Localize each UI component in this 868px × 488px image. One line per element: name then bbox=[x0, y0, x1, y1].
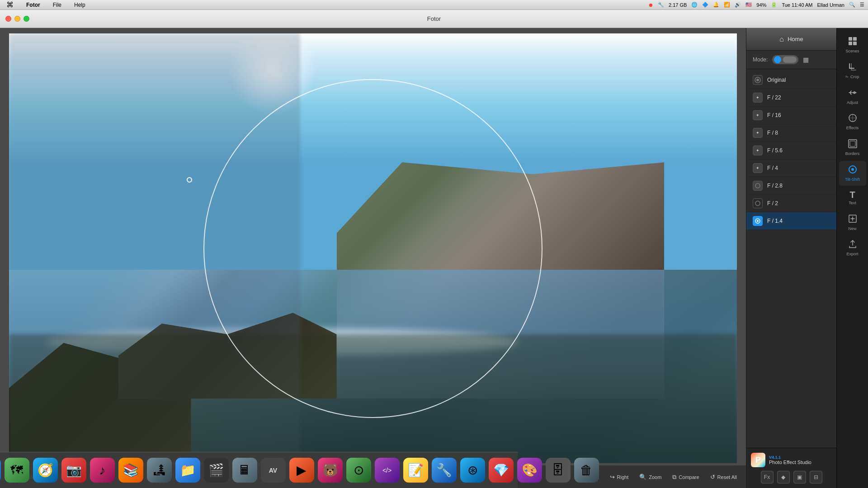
svg-point-1 bbox=[756, 79, 759, 81]
dock-calc[interactable]: 🖩 bbox=[232, 458, 257, 483]
filter-f4[interactable]: ✦ F / 4 bbox=[746, 160, 836, 177]
tool-adjust[interactable]: Adjust bbox=[839, 84, 866, 109]
home-icon: ⌂ bbox=[779, 35, 784, 43]
dock-music[interactable]: ♪ bbox=[90, 458, 115, 483]
dock-media[interactable]: 🎬 bbox=[204, 458, 229, 483]
flag-icon: 🇺🇸 bbox=[745, 2, 752, 8]
filter-icon-f2 bbox=[753, 198, 763, 208]
filter-f14[interactable]: F / 1.4 bbox=[746, 212, 836, 230]
filter-icon-f14 bbox=[753, 216, 763, 226]
tool-crop[interactable]: ✁ Crop bbox=[839, 58, 866, 83]
help-menu[interactable]: Help bbox=[71, 1, 88, 9]
filter-label-f4: F / 4 bbox=[767, 165, 778, 171]
dock-stickies[interactable]: 📝 bbox=[403, 458, 428, 483]
dock-code[interactable]: </> bbox=[375, 458, 400, 483]
filter-f8[interactable]: ✦ F / 8 bbox=[746, 124, 836, 142]
toolbar-tools: ↩ Left ↪ Right 🔍 Zoom ⧉ Compare ↺ Res bbox=[583, 474, 737, 481]
filter-label-f8: F / 8 bbox=[767, 130, 778, 136]
scenes-label: Scenes bbox=[845, 49, 859, 54]
dock-xcode[interactable]: 🔧 bbox=[432, 458, 457, 483]
studio-grid-button[interactable]: ▣ bbox=[793, 471, 806, 483]
dock-colorpicker[interactable]: 🎨 bbox=[517, 458, 542, 483]
home-button[interactable]: ⌂ Home bbox=[746, 28, 836, 51]
photo-container[interactable] bbox=[9, 33, 737, 463]
dock-books[interactable]: 📚 bbox=[118, 458, 143, 483]
adjust-label: Adjust bbox=[847, 100, 858, 105]
mode-dot bbox=[774, 56, 781, 63]
dock-finder2[interactable]: 🗄 bbox=[546, 458, 571, 483]
crop-icon bbox=[848, 62, 858, 73]
studio-diamond-button[interactable]: ◆ bbox=[777, 471, 790, 483]
filter-label-f56: F / 5.6 bbox=[767, 147, 783, 154]
home-label: Home bbox=[788, 36, 803, 42]
canvas-area[interactable]: 6016*4016 / 11.60MB EXIF ▲ ↩ Left ↪ Righ… bbox=[0, 28, 746, 488]
filter-label-f14: F / 1.4 bbox=[767, 218, 783, 224]
tool-new[interactable]: New bbox=[839, 210, 866, 235]
studio-minus-button[interactable]: ⊟ bbox=[810, 471, 822, 483]
apple-menu[interactable]: ⌘ bbox=[4, 0, 16, 10]
borders-icon bbox=[848, 139, 858, 150]
dock-iphoto[interactable]: 🏞 bbox=[147, 458, 172, 483]
dock-safari[interactable]: 🧭 bbox=[33, 458, 58, 483]
window-controls bbox=[5, 16, 29, 22]
dock-folder[interactable]: 📁 bbox=[175, 458, 200, 483]
file-menu[interactable]: File bbox=[50, 1, 64, 9]
reset-all-button[interactable]: ↺ Reset All bbox=[710, 474, 737, 480]
minimize-button[interactable] bbox=[14, 16, 20, 22]
studio-name: Photo Effect Studio bbox=[769, 460, 832, 465]
dock-browser[interactable]: ⊙ bbox=[346, 458, 371, 483]
record-indicator: ⏺ bbox=[648, 2, 653, 8]
menu-icon[interactable]: ☰ bbox=[860, 2, 864, 8]
dock-avid[interactable]: AV bbox=[261, 458, 286, 483]
borders-label: Borders bbox=[845, 151, 860, 156]
compare-button[interactable]: ⧉ Compare bbox=[672, 474, 699, 481]
dock-photos[interactable]: 📷 bbox=[61, 458, 86, 483]
crop-label: ✁ Crop bbox=[845, 75, 859, 80]
filter-label-f28: F / 2.8 bbox=[767, 183, 783, 189]
bluetooth-icon: 🔷 bbox=[702, 2, 708, 8]
dock-rubymine[interactable]: 💎 bbox=[489, 458, 514, 483]
filter-label-f16: F / 16 bbox=[767, 112, 781, 118]
filter-f56[interactable]: ✦ F / 5.6 bbox=[746, 142, 836, 160]
mode-slider bbox=[783, 56, 797, 63]
tool-export[interactable]: Export bbox=[839, 235, 866, 260]
dock-bear[interactable]: 🐻 bbox=[318, 458, 343, 483]
tool-effects[interactable]: Effects bbox=[839, 109, 866, 134]
dock-appstore[interactable]: Ⓐ bbox=[0, 458, 1, 483]
studio-info: V4.1.1 Photo Effect Studio bbox=[769, 455, 832, 465]
filter-sidebar: ⌂ Home Mode: ▦ Original bbox=[746, 28, 836, 488]
filter-f28[interactable]: F / 2.8 bbox=[746, 177, 836, 195]
tool-scenes[interactable]: Scenes bbox=[839, 33, 866, 57]
mode-toggle[interactable] bbox=[772, 55, 798, 64]
rotate-right-button[interactable]: ↪ Right bbox=[610, 474, 629, 480]
dock-things[interactable]: ⊛ bbox=[460, 458, 485, 483]
tool-text[interactable]: T Text bbox=[839, 187, 866, 209]
export-icon bbox=[848, 239, 858, 250]
filter-f2[interactable]: F / 2 bbox=[746, 195, 836, 212]
studio-fx-button[interactable]: Fx bbox=[761, 471, 774, 483]
dock-trash[interactable]: 🗑 bbox=[574, 458, 599, 483]
dock-dvd[interactable]: ▶ bbox=[289, 458, 314, 483]
filter-f22[interactable]: ✦ F / 22 bbox=[746, 89, 836, 107]
mode-selector[interactable]: Mode: ▦ bbox=[746, 51, 836, 69]
filter-original[interactable]: Original bbox=[746, 71, 836, 89]
tools-panel: Scenes ✁ Crop Adjust Effects bbox=[836, 28, 868, 488]
zoom-button[interactable]: 🔍 Zoom bbox=[639, 474, 661, 480]
tool-tiltshift[interactable]: Tilt-Shift bbox=[839, 161, 866, 186]
maximize-button[interactable] bbox=[24, 16, 29, 22]
filter-icon-f56: ✦ bbox=[753, 145, 763, 155]
svg-rect-6 bbox=[849, 37, 852, 41]
filter-f16[interactable]: ✦ F / 16 bbox=[746, 107, 836, 124]
new-label: New bbox=[848, 226, 856, 231]
search-icon[interactable]: 🔍 bbox=[849, 2, 855, 8]
dock-maps[interactable]: 🗺 bbox=[5, 458, 29, 483]
app-name-menu[interactable]: Fotor bbox=[24, 1, 43, 9]
tool-borders[interactable]: Borders bbox=[839, 135, 866, 160]
studio-tools: Fx ◆ ▣ ⊟ bbox=[751, 471, 832, 483]
svg-point-5 bbox=[757, 220, 759, 222]
svg-rect-9 bbox=[853, 42, 857, 45]
menubar-right: ⏺ 🔧 2.17 GB 🌐 🔷 🔔 📶 🔊 🇺🇸 94% 🔋 Tue 11:40… bbox=[648, 2, 864, 8]
blur-bottom bbox=[9, 334, 737, 463]
mode-label: Mode: bbox=[753, 56, 768, 63]
close-button[interactable] bbox=[5, 16, 11, 22]
